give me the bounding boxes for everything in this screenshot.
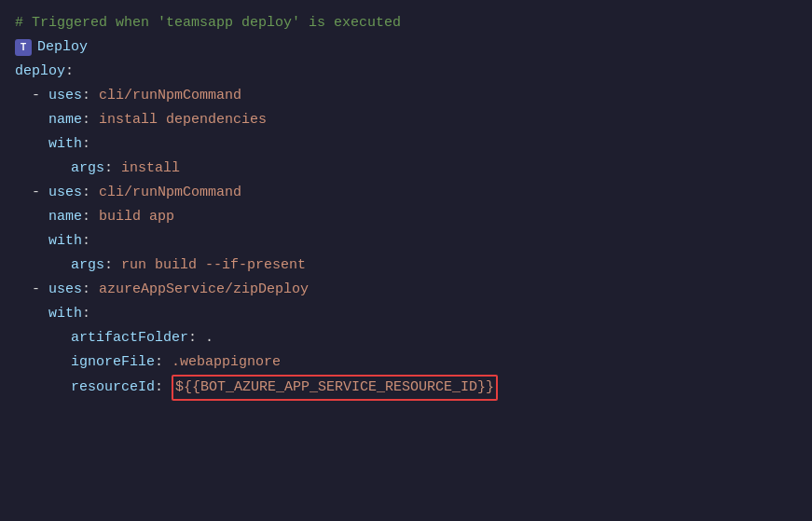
deploy-icon-line: T Deploy [15,35,797,60]
name1-value: install dependencies [99,109,267,131]
ignorefile-key: ignoreFile [54,351,155,374]
resourceid-key: resourceId [54,377,155,399]
artifact-key: artifactFolder [54,327,188,350]
dash1: - [32,85,48,107]
uses2-key: uses [48,182,82,204]
uses2-value: cli/runNpmCommand [99,182,241,204]
comment-text: # Triggered when 'teamsapp deploy' is ex… [15,12,401,34]
dash3: - [32,279,48,301]
resourceid-line: resourceId: ${{BOT_AZURE_APP_SERVICE_RES… [15,375,797,401]
resourceid-highlight: ${{BOT_AZURE_APP_SERVICE_RESOURCE_ID}} [172,375,498,401]
uses3-line: - uses: azureAppService/zipDeploy [15,278,797,302]
deploy-key-line: deploy: [15,60,797,84]
args1-key: args [54,158,104,180]
name2-line: name: build app [15,205,797,229]
artifact-value: . [205,327,213,350]
name2-value: build app [99,206,174,228]
with3-line: with: [15,302,797,326]
name2-key: name [48,206,82,228]
with2-line: with: [15,229,797,254]
name1-line: name: install dependencies [15,108,797,132]
ignorefile-value: .webappignore [172,351,281,374]
deploy-label: Deploy [37,36,88,59]
deploy-key: deploy [15,61,65,83]
with2-key: with [48,230,82,253]
uses1-line: - uses: cli/runNpmCommand [15,84,797,108]
ignorefile-line: ignoreFile: .webappignore [15,350,797,375]
uses2-line: - uses: cli/runNpmCommand [15,181,797,205]
with3-key: with [48,303,82,325]
with1-key: with [48,133,82,156]
args1-line: args: install [15,157,797,181]
resourceid-value: ${{BOT_AZURE_APP_SERVICE_RESOURCE_ID}} [175,379,494,395]
code-editor: # Triggered when 'teamsapp deploy' is ex… [0,0,812,521]
args2-key: args [54,254,104,277]
uses1-key: uses [48,85,82,107]
name1-key: name [48,109,82,131]
args2-line: args: run build --if-present [15,254,797,278]
dash2: - [32,182,48,204]
with1-line: with: [15,132,797,157]
uses1-value: cli/runNpmCommand [99,85,241,107]
artifact-line: artifactFolder: . [15,326,797,350]
args2-value: run build --if-present [121,254,306,277]
uses3-value: azureAppService/zipDeploy [99,279,309,301]
args1-value: install [121,158,180,180]
uses3-key: uses [48,279,82,301]
teams-icon: T [15,39,32,56]
comment-line: # Triggered when 'teamsapp deploy' is ex… [15,11,797,35]
